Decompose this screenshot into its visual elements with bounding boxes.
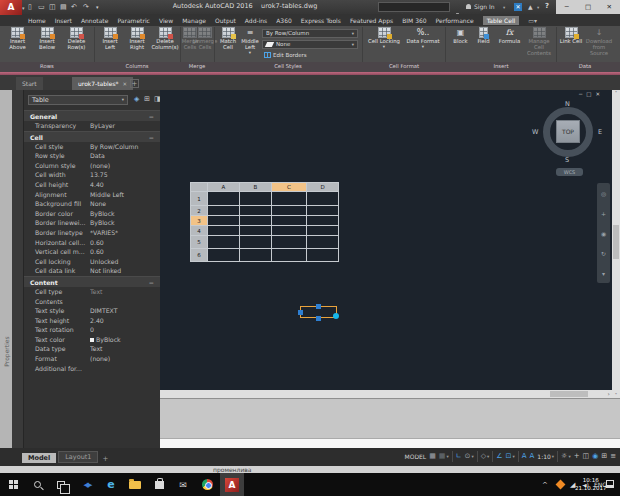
scroll-up-icon[interactable]: ˄ (612, 90, 620, 96)
column-header-C[interactable]: C (272, 183, 307, 192)
grip-bottom-icon[interactable] (316, 316, 321, 321)
property-value[interactable]: ByLayer (90, 121, 160, 131)
object-snap-tracking-icon[interactable]: ∠ (496, 450, 502, 463)
action-center-button[interactable] (606, 480, 614, 488)
property-row[interactable]: Cell height4.40 (24, 180, 160, 190)
units-icon[interactable]: ◫ (583, 450, 590, 463)
store-button[interactable] (148, 473, 170, 496)
ribbon-tab-home[interactable]: Home (28, 17, 46, 24)
column-header-D[interactable]: D (307, 183, 339, 192)
insert-field-button[interactable]: Field (473, 27, 494, 45)
row-header-4[interactable]: 4 (191, 226, 208, 236)
redo-icon[interactable]: ↷ (83, 2, 89, 12)
viewcube-south[interactable]: S (565, 156, 569, 164)
table-cell[interactable] (208, 236, 240, 249)
table-cell[interactable] (208, 216, 240, 226)
property-row[interactable]: Vertical cell m...0.60 (24, 247, 160, 257)
row-header-6[interactable]: 6 (191, 249, 208, 262)
file-tab-start[interactable]: Start (16, 77, 43, 90)
a360-caret-icon[interactable]: ▾ (537, 5, 539, 10)
table-corner[interactable] (191, 183, 208, 192)
fill-dropdown-caret-icon[interactable]: ▾ (352, 41, 354, 48)
insert-left-button[interactable]: Insert Left (97, 27, 123, 51)
insert-above-button[interactable]: Insert Above (3, 27, 32, 51)
property-value[interactable]: Middle Left (90, 190, 160, 200)
property-row[interactable]: TransparencyByLayer (24, 121, 160, 131)
help-icon[interactable]: ? (545, 2, 549, 10)
object-snap-icon-caret-icon[interactable]: ▾ (512, 454, 514, 459)
property-value[interactable]: 0.60 (90, 247, 160, 257)
viewcube-east[interactable]: E (598, 128, 602, 136)
insert-right-button[interactable]: Insert Right (124, 27, 150, 51)
table-cell[interactable] (272, 226, 307, 236)
object-snap-icon[interactable]: ⊡▾ (506, 450, 515, 463)
polar-tracking-icon-caret-icon[interactable]: ▾ (471, 454, 473, 459)
data-format-caret-icon[interactable]: ▾ (422, 45, 424, 49)
data-format-button[interactable]: %.. Data Format ▾ (404, 27, 442, 49)
qat-dropdown-icon[interactable]: ▾ (96, 2, 99, 12)
property-row[interactable]: Cell styleBy Row/Column (24, 142, 160, 152)
section-header-content[interactable]: Content− (24, 276, 160, 287)
table-cell[interactable] (307, 226, 339, 236)
background-fill-dropdown[interactable]: None ▾ (262, 40, 358, 49)
pan-icon[interactable]: + (601, 210, 606, 217)
zoom-icon[interactable]: ◉ (601, 230, 606, 237)
annotation-scale-button-caret-icon[interactable]: ▾ (552, 454, 554, 459)
edit-borders-button[interactable]: Edit Borders (264, 52, 307, 58)
property-row[interactable]: AlignmentMiddle Left (24, 190, 160, 200)
property-value[interactable] (90, 297, 160, 307)
property-value[interactable]: Text (90, 287, 160, 297)
cell-format-panel-label[interactable]: Cell Format (389, 63, 419, 69)
table-cell[interactable] (307, 216, 339, 226)
insert-formula-button[interactable]: fx Formula (496, 27, 523, 45)
table-cell[interactable] (208, 226, 240, 236)
row-header-1[interactable]: 1 (191, 192, 208, 206)
collapse-icon[interactable]: − (149, 277, 154, 287)
viewcube-wcs-menu[interactable]: WCS (556, 168, 583, 176)
property-row[interactable]: Cell typeText (24, 287, 160, 297)
insert-panel-label[interactable]: Insert (493, 63, 508, 69)
sign-in-caret-icon[interactable]: ▾ (503, 5, 505, 10)
isometric-drafting-icon[interactable]: ◇▾ (481, 450, 490, 463)
match-cell-button[interactable]: Match Cell (216, 27, 240, 51)
application-menu-caret-icon[interactable]: ▾ (22, 5, 25, 11)
object-type-dropdown[interactable]: Table ▾ (28, 95, 128, 105)
row-header-3[interactable]: 3 (191, 216, 208, 226)
property-row[interactable]: Text colorByBlock (24, 335, 160, 345)
grip-left-icon[interactable] (298, 310, 303, 315)
orbit-icon[interactable]: ↻ (601, 250, 606, 257)
table-cell[interactable] (240, 192, 272, 206)
open-file-icon[interactable]: ▭ (38, 2, 45, 12)
plot-icon[interactable]: ▤ (60, 2, 67, 12)
table-cell[interactable] (240, 216, 272, 226)
undo-icon[interactable]: ↶ (71, 2, 77, 12)
table-cell[interactable] (272, 192, 307, 206)
ribbon-tab-output[interactable]: Output (215, 17, 236, 24)
table-cell[interactable] (240, 236, 272, 249)
column-header-B[interactable]: B (240, 183, 272, 192)
ribbon-tab-parametric[interactable]: Parametric (117, 17, 150, 24)
property-row[interactable]: Data typeText (24, 344, 160, 354)
drawing-canvas[interactable]: ─□✕ N W E S TOP WCS ◎ + ◉ ↻ ▾ ABCD123456 (160, 90, 612, 390)
table-cell[interactable] (240, 206, 272, 216)
workspace-switching-icon-caret-icon[interactable]: ▾ (568, 454, 570, 459)
annotation-monitor-icon[interactable]: + (574, 450, 580, 463)
cell-style-dropdown[interactable]: By Row/Column ▾ (262, 29, 358, 38)
viewcube-top-face[interactable]: TOP (556, 120, 580, 143)
link-cell-button[interactable]: Link Cell (559, 27, 583, 45)
layout-tab-layout1[interactable]: Layout1 (58, 451, 98, 463)
steering-wheel-icon[interactable]: ◎ (601, 190, 606, 197)
columns-panel-label[interactable]: Columns (125, 63, 148, 69)
cell-styles-panel-label[interactable]: Cell Styles (274, 63, 302, 69)
file-tab-close-icon[interactable]: ✕ (123, 81, 128, 87)
maximize-button[interactable]: □ (577, 0, 598, 14)
start-button[interactable] (2, 473, 24, 496)
ribbon-tab-insert[interactable]: Insert (55, 17, 72, 24)
ribbon-tab-manage[interactable]: Manage (182, 17, 206, 24)
customization-icon[interactable]: ≡ (610, 450, 616, 463)
table-cell[interactable] (272, 216, 307, 226)
quick-select-icon[interactable]: ◈ (134, 95, 139, 103)
ribbon-tab-add-ins[interactable]: Add-ins (245, 17, 267, 24)
merge-panel-label[interactable]: Merge (189, 63, 206, 69)
table-cell[interactable] (272, 249, 307, 262)
